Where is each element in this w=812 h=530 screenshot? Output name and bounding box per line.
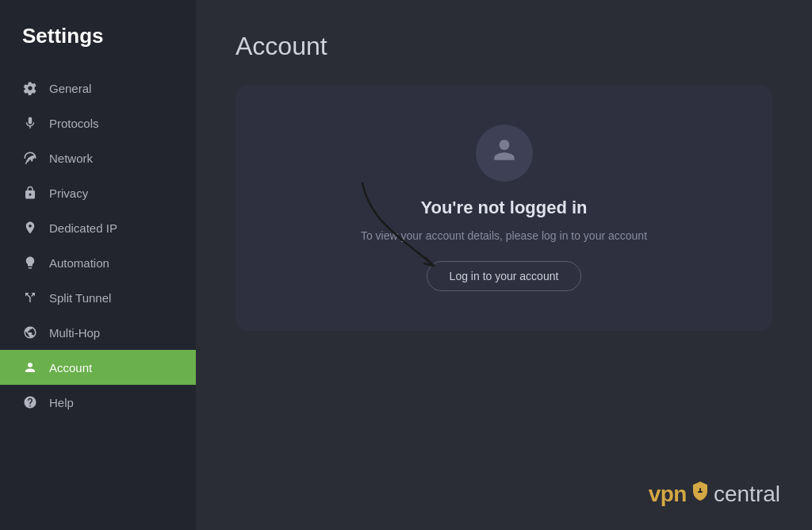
gear-icon	[22, 81, 38, 95]
lock-icon	[22, 186, 38, 200]
sidebar-item-network-label: Network	[49, 152, 93, 165]
sidebar-item-privacy[interactable]: Privacy	[0, 175, 196, 210]
network-icon	[22, 151, 38, 165]
globe-icon	[22, 325, 38, 340]
sidebar-item-dedicated-ip-label: Dedicated IP	[49, 221, 117, 235]
avatar	[476, 125, 533, 182]
sidebar-item-help-label: Help	[49, 396, 74, 409]
sidebar-item-split-tunnel-label: Split Tunnel	[49, 291, 111, 305]
sidebar-item-account[interactable]: Account	[0, 350, 196, 385]
not-logged-subtitle: To view your account details, please log…	[361, 229, 647, 242]
main-content: Account You're not logged in To view you…	[196, 0, 812, 530]
login-button[interactable]: Log in to your account	[427, 261, 582, 291]
sidebar-item-protocols-label: Protocols	[49, 117, 99, 130]
vpn-text: vpn	[649, 482, 687, 507]
avatar-icon	[489, 135, 519, 172]
sidebar-item-automation[interactable]: Automation	[0, 245, 196, 280]
sidebar-item-multi-hop-label: Multi-Hop	[49, 326, 100, 340]
vpn-central-logo: vpn central	[649, 481, 780, 508]
sidebar-item-split-tunnel[interactable]: Split Tunnel	[0, 280, 196, 315]
sidebar-title: Settings	[0, 24, 196, 71]
sidebar-item-account-label: Account	[49, 361, 92, 374]
sidebar-item-network[interactable]: Network	[0, 140, 196, 175]
sidebar-item-help[interactable]: Help	[0, 385, 196, 420]
sidebar-item-dedicated-ip[interactable]: Dedicated IP	[0, 210, 196, 245]
not-logged-title: You're not logged in	[420, 198, 587, 218]
sidebar: Settings General Protocols Network Priva…	[0, 0, 196, 530]
sidebar-item-general[interactable]: General	[0, 71, 196, 106]
bulb-icon	[22, 255, 38, 270]
sidebar-item-protocols[interactable]: Protocols	[0, 106, 196, 140]
shield-icon	[691, 481, 710, 508]
page-title: Account	[236, 32, 772, 61]
account-card: You're not logged in To view your accoun…	[236, 85, 772, 331]
central-text: central	[714, 482, 780, 507]
mic-icon	[22, 116, 38, 130]
sidebar-item-multi-hop[interactable]: Multi-Hop	[0, 315, 196, 350]
sidebar-item-privacy-label: Privacy	[49, 186, 88, 200]
split-icon	[22, 290, 38, 305]
dedicated-icon	[22, 221, 38, 235]
user-icon	[22, 360, 38, 374]
sidebar-item-automation-label: Automation	[49, 256, 109, 270]
sidebar-item-general-label: General	[49, 82, 91, 95]
help-icon	[22, 395, 38, 409]
svg-rect-1	[698, 491, 703, 493]
